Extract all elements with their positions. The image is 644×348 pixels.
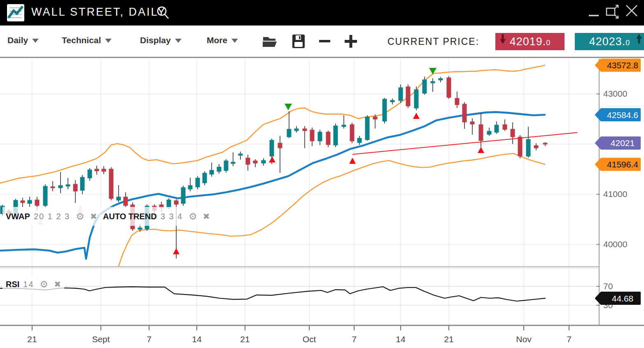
- rsi-indicator-label: RSI 14 ⚙ ✖: [2, 275, 64, 293]
- candle: [470, 121, 475, 124]
- candle: [357, 138, 362, 143]
- candle: [58, 185, 63, 188]
- candle: [174, 200, 179, 204]
- candle: [261, 160, 266, 163]
- vwap-remove-icon[interactable]: ✖: [90, 212, 97, 220]
- candle: [350, 124, 355, 141]
- candle: [303, 128, 307, 131]
- candle: [102, 169, 106, 172]
- auto-trend-name: AUTO TREND: [103, 212, 157, 221]
- candle: [287, 129, 292, 137]
- auto-trend-indicator-label: AUTO TREND 3 3 4 ⚙ ✖: [100, 207, 213, 226]
- candle: [399, 87, 403, 101]
- price-badge-value: 44.68: [612, 294, 634, 303]
- candle: [109, 169, 114, 199]
- x-axis-label: 21: [444, 334, 453, 344]
- chevron-down-icon: [175, 39, 182, 43]
- vwap-indicator-label: VWAP 20 1 2 3 ⚙ ✖: [2, 207, 100, 226]
- candle: [196, 178, 200, 187]
- candle: [383, 99, 387, 121]
- menu-timeframe[interactable]: Daily: [7, 35, 39, 45]
- candle: [278, 143, 282, 148]
- candle: [35, 200, 40, 206]
- x-axis-label: 7: [567, 334, 572, 344]
- candle: [270, 140, 274, 156]
- chevron-down-icon: [231, 39, 238, 43]
- menu-technical[interactable]: Technical: [62, 35, 112, 45]
- candle: [80, 177, 85, 190]
- zoom-out-icon[interactable]: [318, 33, 332, 49]
- candle: [334, 125, 338, 145]
- buy-price-badge[interactable]: 42023.0: [575, 33, 644, 50]
- search-icon[interactable]: [156, 5, 170, 21]
- x-axis-label: 14: [396, 334, 406, 344]
- candle: [326, 132, 331, 145]
- x-axis-label: 21: [240, 334, 250, 344]
- x-axis-label: 14: [192, 334, 202, 344]
- candle: [390, 100, 395, 102]
- rsi-level-label: 70: [603, 281, 613, 291]
- candle: [342, 125, 346, 127]
- x-axis-label: Nov: [516, 334, 532, 344]
- candle: [210, 170, 214, 174]
- price-badge-value: 41596.4: [607, 160, 638, 169]
- menu-more[interactable]: More: [207, 35, 238, 45]
- candle: [543, 143, 548, 144]
- open-layout-icon[interactable]: [262, 33, 278, 49]
- candle: [181, 187, 186, 204]
- menu-display[interactable]: Display: [140, 35, 182, 45]
- rsi-remove-icon[interactable]: ✖: [54, 280, 61, 288]
- price-badge-value: 42021: [611, 138, 635, 148]
- candle: [88, 169, 92, 178]
- arrow-down-icon: [499, 34, 506, 45]
- candle: [455, 98, 460, 105]
- x-axis-label: Oct: [303, 334, 316, 344]
- sell-price-badge[interactable]: 42019.0: [495, 33, 565, 50]
- candle: [487, 131, 492, 135]
- vwap-params: 20 1 2 3: [34, 212, 70, 221]
- chart-area[interactable]: 21Sept71421Oct71421Nov743000410004000070…: [0, 58, 644, 348]
- rsi-settings-gear-icon[interactable]: ⚙: [40, 280, 49, 289]
- candle: [203, 173, 207, 183]
- auto-trend-settings-gear-icon[interactable]: ⚙: [189, 212, 197, 221]
- x-axis-label: 7: [352, 334, 357, 344]
- price-chart[interactable]: 21Sept71421Oct71421Nov743000410004000070…: [0, 58, 644, 348]
- candle: [66, 184, 70, 186]
- candle: [422, 79, 427, 93]
- candle: [479, 124, 483, 141]
- candle: [414, 89, 419, 108]
- candle: [294, 128, 299, 131]
- vwap-settings-gear-icon[interactable]: ⚙: [76, 212, 84, 221]
- candle: [495, 125, 499, 132]
- candle: [138, 227, 142, 230]
- save-layout-icon[interactable]: [292, 33, 306, 49]
- candle: [511, 129, 515, 137]
- window-title: WALL STREET, DAILY: [31, 6, 166, 19]
- popout-icon[interactable]: [604, 0, 620, 26]
- candle: [95, 169, 99, 171]
- chart-app-icon: [7, 4, 25, 22]
- chevron-down-icon: [32, 39, 39, 43]
- auto-trend-remove-icon[interactable]: ✖: [203, 212, 210, 220]
- candle: [431, 81, 435, 83]
- x-axis-label: 7: [147, 334, 152, 344]
- candle: [117, 197, 121, 200]
- title-bar: WALL STREET, DAILY: [0, 0, 644, 26]
- close-icon[interactable]: [623, 0, 640, 26]
- price-badge-value: 43572.8: [607, 60, 638, 70]
- candle: [51, 186, 55, 188]
- candle: [21, 200, 25, 203]
- candle: [526, 139, 531, 156]
- candle: [253, 160, 258, 163]
- current-price-label: CURRENT PRICE:: [387, 36, 479, 47]
- zoom-in-icon[interactable]: [343, 33, 358, 49]
- candle: [188, 185, 193, 189]
- rsi-name: RSI: [6, 280, 19, 289]
- minimize-icon[interactable]: [586, 0, 601, 26]
- candle: [318, 132, 322, 141]
- candle: [217, 167, 222, 172]
- candle: [518, 137, 523, 156]
- candle: [246, 158, 250, 165]
- candle: [43, 186, 48, 206]
- candle: [373, 116, 378, 119]
